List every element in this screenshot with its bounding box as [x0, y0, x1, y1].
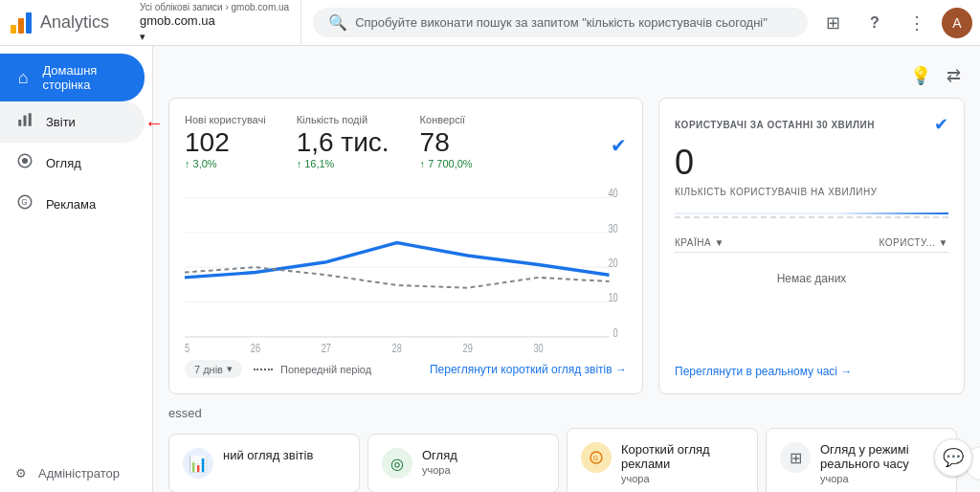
svg-text:28: 28 — [392, 341, 402, 352]
sidebar: ⌂ Домашня сторінка Звіти ← Огляд G Рекла… — [0, 46, 153, 492]
metrics-row: Нові користувачі 102 ↑ 3,0% Кількість по… — [185, 114, 473, 169]
app-title: Analytics — [40, 12, 109, 33]
svg-rect-4 — [24, 116, 27, 126]
recent-card-1-icon: ◎ — [382, 448, 412, 479]
realtime-line-solid — [675, 212, 948, 214]
search-input[interactable] — [355, 15, 792, 30]
help-button[interactable]: ? — [858, 6, 892, 40]
realtime-chart-lines — [675, 212, 948, 218]
svg-rect-3 — [18, 120, 21, 126]
svg-text:10: 10 — [608, 291, 617, 304]
filter-arrow-icon: ▾ — [227, 363, 233, 375]
recent-card-2-info: Короткий огляд реклами учора — [621, 442, 744, 484]
view-realtime-link[interactable]: Переглянути в реальному часі → — [675, 365, 948, 378]
prev-period-line-icon — [254, 369, 273, 370]
no-data-label: Немає даних — [675, 253, 948, 304]
realtime-title: КОРИСТУВАЧІ ЗА ОСТАННІ 30 ХВИЛИН — [675, 120, 875, 130]
legend-prev-label: Попередній період — [280, 364, 371, 375]
apps-grid-button[interactable]: ⊞ — [815, 6, 850, 40]
metric-events: Кількість подій 1,6 тис. ↑ 16,1% — [297, 114, 390, 169]
svg-text:26: 26 — [251, 341, 260, 352]
svg-text:25: 25 — [185, 341, 189, 352]
sidebar-item-ads[interactable]: G Реклама — [0, 184, 145, 225]
sidebar-admin[interactable]: ⚙ Адміністратор — [0, 455, 152, 492]
chart-area: 40 30 20 10 0 25 26 — [185, 185, 627, 352]
chart-legend: Попередній період — [254, 364, 371, 375]
search-bar[interactable]: 🔍 — [313, 8, 808, 37]
recent-card-3-icon: ⊞ — [780, 442, 811, 473]
metric-events-value: 1,6 тис. — [297, 127, 390, 158]
sidebar-item-reports[interactable]: Звіти ← — [0, 101, 145, 143]
gear-icon: ⚙ — [15, 466, 27, 481]
recently-accessed-section: essed 📊 ний огляд звітів ◎ Огляд учора G — [168, 406, 965, 492]
filter-label: 7 днів — [194, 364, 223, 375]
svg-text:G: G — [21, 198, 27, 207]
topbar: Analytics Усі облікові записи › gmob.com… — [0, 0, 980, 46]
recent-card-2-icon: G — [581, 442, 612, 473]
realtime-table-header: КРАЇНА ▼ КОРИСТУ... ▼ — [675, 234, 948, 253]
recent-cards-row: 📊 ний огляд звітів ◎ Огляд учора G Коро — [168, 428, 965, 492]
realtime-count: 0 — [675, 143, 948, 183]
svg-rect-2 — [26, 12, 32, 34]
metric-conversions: Конверсії 78 ↑ 7 700,0% — [420, 114, 473, 169]
bulb-button[interactable]: 💡 — [906, 61, 935, 90]
check-circle-icon: ✔ — [611, 134, 627, 157]
svg-text:0: 0 — [613, 325, 618, 339]
recent-card-1-info: Огляд учора — [422, 448, 457, 476]
compare-button[interactable]: ⇄ — [943, 61, 965, 90]
more-options-button[interactable]: ⋮ — [900, 6, 934, 40]
svg-text:20: 20 — [608, 256, 617, 269]
red-arrow-indicator: ← — [145, 111, 164, 133]
ga-logo-icon — [8, 10, 34, 36]
admin-label: Адміністратор — [38, 466, 120, 481]
recent-card-0[interactable]: 📊 ний огляд звітів — [168, 434, 360, 492]
realtime-subtitle: КІЛЬКІСТЬ КОРИСТУВАЧІВ НА ХВИЛИНУ — [675, 187, 948, 197]
realtime-header: КОРИСТУВАЧІ ЗА ОСТАННІ 30 ХВИЛИН ✔ — [675, 114, 948, 135]
account-info[interactable]: Усі облікові записи › gmob.com.ua gmob.c… — [140, 1, 301, 43]
recent-card-1-sub: учора — [422, 464, 457, 476]
account-name: gmob.com.ua ▾ — [140, 13, 289, 43]
svg-text:29: 29 — [463, 341, 473, 352]
recent-card-0-info: ний огляд звітів — [223, 448, 313, 464]
svg-point-7 — [22, 158, 28, 164]
metric-conversions-label: Конверсії — [420, 114, 473, 125]
svg-text:G: G — [593, 455, 598, 461]
recent-card-2-sub: учора — [621, 473, 744, 484]
metric-new-users-change: ↑ 3,0% — [185, 158, 266, 169]
svg-text:40: 40 — [608, 187, 617, 200]
logo-area: Analytics — [8, 10, 132, 36]
recent-card-2[interactable]: G Короткий огляд реклами учора — [567, 428, 758, 492]
chat-button[interactable]: 💬 — [934, 438, 972, 477]
svg-text:30: 30 — [608, 221, 617, 235]
users-col-header[interactable]: КОРИСТУ... ▼ — [880, 237, 948, 248]
chart-footer: 7 днів ▾ Попередній період Переглянути к… — [185, 360, 627, 378]
metrics-header: Нові користувачі 102 ↑ 3,0% Кількість по… — [185, 114, 627, 177]
date-filter-chip[interactable]: 7 днів ▾ — [185, 360, 242, 378]
recent-card-1[interactable]: ◎ Огляд учора — [368, 434, 559, 492]
realtime-check-icon: ✔ — [934, 114, 948, 135]
recent-card-3[interactable]: ⊞ Огляд у режимі реального часу учора — [766, 428, 957, 492]
top-actions: 💡 ⇄ — [168, 61, 965, 90]
sidebar-item-ads-label: Реклама — [46, 197, 96, 212]
sidebar-item-home-label: Домашня сторінка — [42, 63, 129, 92]
country-col-header[interactable]: КРАЇНА ▼ — [675, 237, 724, 248]
svg-text:30: 30 — [533, 341, 543, 352]
metric-new-users-value: 102 — [185, 127, 266, 158]
view-reports-link[interactable]: Переглянути короткий огляд звітів → — [430, 363, 627, 376]
realtime-card: КОРИСТУВАЧІ ЗА ОСТАННІ 30 ХВИЛИН ✔ 0 КІЛ… — [658, 98, 965, 394]
svg-text:27: 27 — [322, 341, 331, 352]
search-icon: 🔍 — [328, 13, 347, 32]
realtime-footer: Переглянути в реальному часі → — [675, 365, 948, 378]
avatar[interactable]: A — [942, 8, 972, 38]
sidebar-item-home[interactable]: ⌂ Домашня сторінка — [0, 54, 145, 101]
account-path: Усі облікові записи › gmob.com.ua — [140, 1, 289, 13]
svg-rect-0 — [11, 25, 16, 34]
metric-conversions-value: 78 — [420, 127, 473, 158]
home-icon: ⌂ — [15, 68, 31, 88]
sidebar-item-overview[interactable]: Огляд — [0, 143, 145, 184]
recent-card-3-sub: учора — [820, 473, 943, 484]
metric-new-users-label: Нові користувачі — [185, 114, 266, 125]
topbar-icons: ⊞ ? ⋮ A — [815, 6, 972, 40]
recent-card-0-title: ний огляд звітів — [223, 448, 313, 462]
recent-card-2-title: Короткий огляд реклами — [621, 442, 744, 471]
